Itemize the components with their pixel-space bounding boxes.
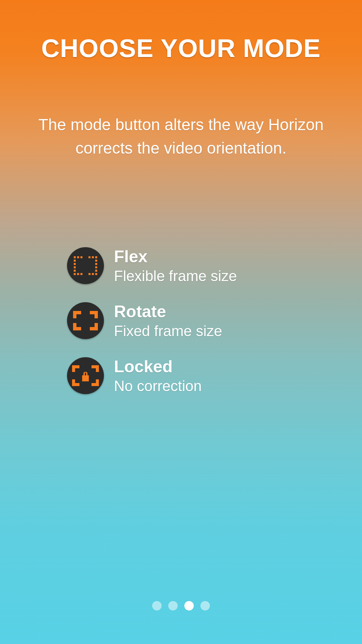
mode-text: Rotate Fixed frame size [114,302,222,339]
mode-subtitle: No correction [114,378,202,394]
onboarding-screen[interactable]: CHOOSE YOUR MODE The mode button alters … [0,0,362,644]
flex-bracket-icon [67,247,104,284]
svg-rect-2 [80,256,82,258]
svg-rect-6 [92,256,94,258]
mode-item-flex[interactable]: Flex Flexible frame size [67,247,237,284]
mode-item-locked[interactable]: Locked No correction [67,357,237,394]
page-description: The mode button alters the way Horizon c… [0,113,362,160]
svg-rect-3 [74,260,76,262]
svg-rect-18 [95,270,97,272]
svg-rect-10 [74,273,76,275]
mode-title: Flex [114,247,237,266]
svg-rect-14 [74,266,76,268]
svg-rect-8 [95,260,97,262]
svg-rect-5 [95,256,97,258]
pager-dot-1[interactable] [152,601,162,610]
svg-rect-11 [77,273,79,275]
mode-list: Flex Flexible frame size Rotate [0,247,237,394]
mode-subtitle: Fixed frame size [114,323,222,339]
svg-rect-12 [80,273,82,275]
pager-dot-4[interactable] [200,601,210,610]
pager-dot-3[interactable] [184,601,194,610]
svg-rect-9 [95,263,97,265]
page-indicator [152,601,210,610]
svg-rect-16 [92,273,94,275]
pager-dot-2[interactable] [168,601,178,610]
mode-subtitle: Flexible frame size [114,268,237,284]
svg-rect-17 [88,273,90,275]
svg-rect-0 [74,256,76,258]
mode-item-rotate[interactable]: Rotate Fixed frame size [67,302,237,339]
locked-bracket-icon [67,357,104,394]
mode-title: Locked [114,357,202,376]
svg-rect-7 [88,256,90,258]
svg-rect-15 [95,273,97,275]
svg-rect-4 [74,263,76,265]
mode-title: Rotate [114,302,222,321]
svg-rect-19 [95,266,97,268]
mode-text: Flex Flexible frame size [114,247,237,284]
svg-rect-1 [77,256,79,258]
mode-text: Locked No correction [114,357,202,394]
svg-rect-13 [74,270,76,272]
rotate-bracket-icon [67,302,104,339]
page-title: CHOOSE YOUR MODE [41,34,321,63]
